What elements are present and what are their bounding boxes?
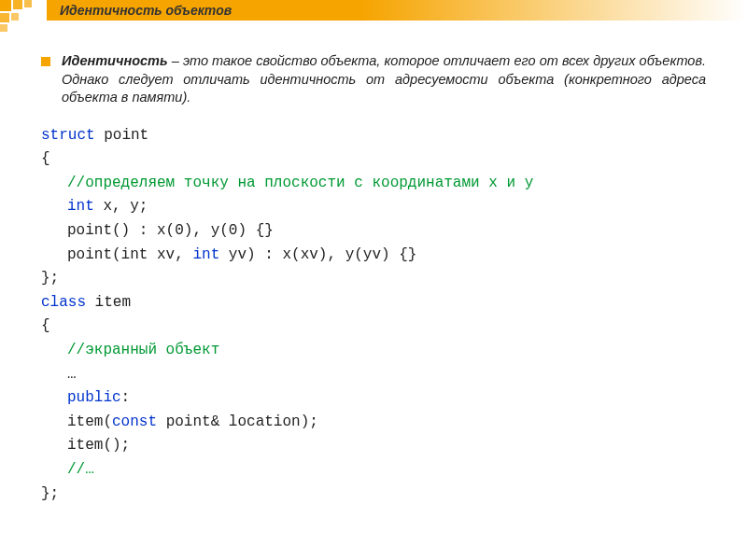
code-item-ctor-2: item(); [67,437,130,454]
code-brace-open: { [41,150,50,167]
code-brace-close-2: }; [41,485,59,502]
svg-rect-4 [11,13,19,21]
code-colon: : [121,389,131,406]
definition-lead: Идентичность [62,53,168,68]
kw-int-2: int [192,246,219,263]
slide-header: Идентичность объектов [0,0,747,34]
code-comment-3: //… [67,461,94,478]
code-item: item [86,294,131,311]
code-item-ctor-1a: item( [67,413,112,430]
kw-struct: struct [41,127,95,144]
svg-rect-0 [0,0,11,11]
code-brace-open-2: { [41,317,50,334]
definition-paragraph: Идентичность – это такое свойство объект… [41,52,706,107]
code-item-ctor-1b: point& location); [157,413,318,430]
kw-public: public [67,389,121,406]
code-point: point [95,127,149,144]
code-ctor-1: point() : x(0), y(0) {} [67,222,274,239]
code-comment-1: //определяем точку на плоскости с коорди… [67,175,533,191]
slide-content: Идентичность – это такое свойство объект… [0,34,747,506]
kw-const: const [112,413,157,430]
kw-int-1: int [67,198,94,215]
svg-rect-3 [0,13,9,22]
slide-title: Идентичность объектов [47,0,747,21]
svg-rect-5 [0,24,7,32]
svg-rect-2 [24,0,32,7]
svg-rect-1 [13,0,22,9]
definition-text: Идентичность – это такое свойство объект… [62,52,706,107]
code-ellipsis: … [67,366,77,383]
code-ctor-2a: point(int xv, [67,246,192,263]
kw-class: class [41,294,86,311]
code-brace-close-1: }; [41,270,59,287]
code-block: struct point { //определяем точку на пло… [41,124,706,507]
code-xy: x, y; [94,198,148,215]
bullet-square-icon [41,57,50,66]
code-ctor-2b: yv) : x(xv), y(yv) {} [219,246,416,263]
code-comment-2: //экранный объект [67,342,219,358]
decor-squares [0,0,47,37]
